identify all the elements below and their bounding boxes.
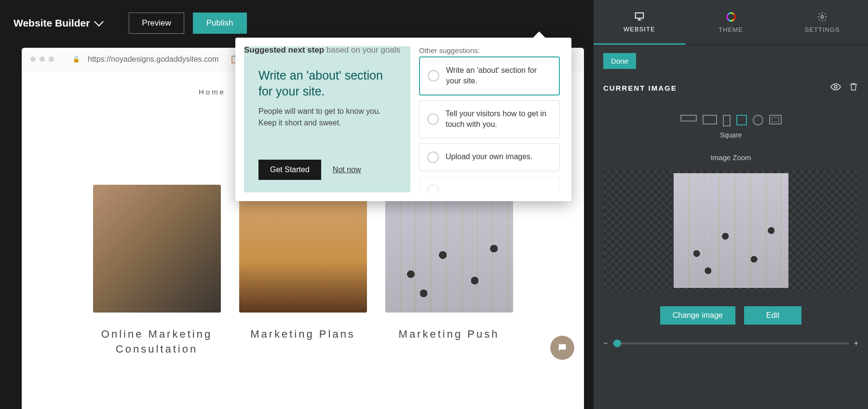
zoom-in-icon[interactable]: + xyxy=(854,339,858,348)
change-image-button[interactable]: Change image xyxy=(660,306,735,325)
svg-rect-0 xyxy=(636,13,644,18)
preview-button[interactable]: Preview xyxy=(129,13,184,34)
monitor-icon xyxy=(634,11,645,22)
sidebar-tabs: WEBSITE THEME SETTINGS xyxy=(594,0,868,45)
dot-icon xyxy=(40,56,45,62)
shape-frame[interactable] xyxy=(769,115,782,124)
not-now-link[interactable]: Not now xyxy=(333,165,361,174)
shape-square[interactable] xyxy=(736,115,747,125)
radio-icon xyxy=(427,113,439,125)
nav-home[interactable]: Home xyxy=(199,88,226,96)
card-push[interactable]: Marketing Push xyxy=(385,185,513,357)
tab-theme[interactable]: THEME xyxy=(685,0,777,45)
svg-point-1 xyxy=(727,13,735,21)
step-heading: Write an 'about' section for your site. xyxy=(258,68,396,99)
image-buttons: Change image Edit xyxy=(594,295,868,336)
brand-label: Website Builder xyxy=(14,17,90,29)
zoom-slider: − + xyxy=(603,336,858,351)
suggestion-item[interactable]: Upload your own images. xyxy=(419,143,560,171)
shape-picker xyxy=(594,101,868,131)
shape-wide[interactable] xyxy=(680,115,697,122)
step-description: People will want to get to know you. Kee… xyxy=(258,106,396,129)
section-title: CURRENT IMAGE xyxy=(603,84,677,92)
get-started-button[interactable]: Get Started xyxy=(258,160,321,180)
dot-icon xyxy=(30,56,36,62)
radio-icon xyxy=(427,151,439,163)
shape-circle[interactable] xyxy=(753,115,763,125)
chat-button[interactable] xyxy=(550,336,574,360)
slider-thumb[interactable] xyxy=(613,340,621,347)
lock-icon: 🔒 xyxy=(72,55,80,63)
popover-title: Suggested next step based on your goals xyxy=(244,36,418,55)
other-suggestions-label: Other suggestions: xyxy=(419,46,563,55)
card-image xyxy=(93,185,221,313)
dot-icon xyxy=(49,56,54,62)
chevron-down-icon xyxy=(94,17,104,27)
suggestion-item[interactable]: Tell your visitors how to get in touch w… xyxy=(419,100,560,138)
tab-settings[interactable]: SETTINGS xyxy=(776,0,868,45)
edit-image-button[interactable]: Edit xyxy=(744,306,802,325)
done-button[interactable]: Done xyxy=(603,53,636,69)
step-actions: Get Started Not now xyxy=(258,160,396,180)
section-header: CURRENT IMAGE xyxy=(594,69,868,101)
chat-icon xyxy=(557,342,568,353)
card-plans[interactable]: Marketing Plans xyxy=(239,185,367,357)
card-image xyxy=(239,185,367,313)
shape-landscape[interactable] xyxy=(703,115,717,124)
radio-icon xyxy=(427,184,439,192)
suggested-step-panel: Suggested next step based on your goals … xyxy=(244,46,410,192)
card-title: Online Marketing Consultation xyxy=(93,327,221,357)
slider-track[interactable] xyxy=(612,342,849,344)
tab-website[interactable]: WEBSITE xyxy=(594,0,685,45)
url-text: https://noyadesigns.godaddysites.com xyxy=(88,55,218,64)
window-dots xyxy=(30,56,54,62)
right-sidebar: WEBSITE THEME SETTINGS Done CURRENT IMAG… xyxy=(594,0,868,409)
publish-button[interactable]: Publish xyxy=(193,13,247,34)
suggestion-item[interactable]: Write an 'about' section for your site. xyxy=(419,56,560,95)
svg-point-3 xyxy=(834,85,837,88)
card-title: Marketing Plans xyxy=(239,327,367,342)
radio-icon xyxy=(428,70,439,82)
card-title: Marketing Push xyxy=(385,327,513,342)
brand-dropdown[interactable]: Website Builder xyxy=(14,17,102,29)
shape-label: Square xyxy=(594,131,868,149)
visibility-icon[interactable] xyxy=(830,82,841,94)
card-consultation[interactable]: Online Marketing Consultation xyxy=(93,185,221,357)
trash-icon[interactable] xyxy=(849,82,858,94)
next-steps-popover: Suggested next step based on your goals … xyxy=(235,38,571,201)
shape-portrait[interactable] xyxy=(723,115,731,126)
suggestion-item[interactable] xyxy=(419,176,560,192)
preview-image xyxy=(674,173,788,288)
suggestions-list[interactable]: Write an 'about' section for your site. … xyxy=(419,56,563,192)
svg-point-2 xyxy=(821,15,824,18)
zoom-out-icon[interactable]: − xyxy=(603,339,608,348)
zoom-preview[interactable] xyxy=(603,170,858,291)
color-wheel-icon xyxy=(725,12,737,22)
zoom-label: Image Zoom xyxy=(594,149,868,166)
card-image xyxy=(385,185,513,313)
gear-icon xyxy=(816,12,828,22)
